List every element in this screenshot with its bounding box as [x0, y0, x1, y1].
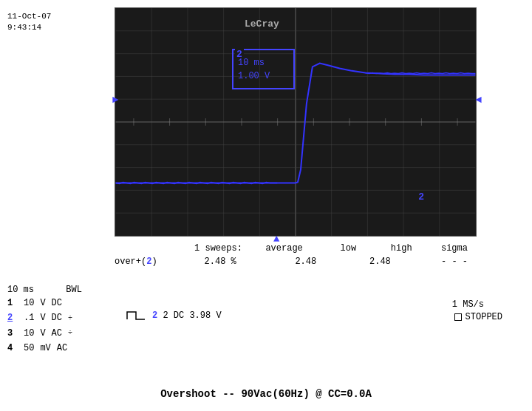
- sigma-value: - - -: [432, 257, 477, 267]
- ch2-coupling: DC: [52, 310, 62, 325]
- high-value: 2.48: [358, 257, 402, 267]
- average-value: 2.48 %: [187, 257, 253, 267]
- ch3-extra: ÷: [68, 327, 72, 339]
- over-label: over+(2): [115, 257, 157, 267]
- low-value: 2.48: [284, 257, 328, 267]
- timebase-label: 10 ms: [7, 285, 34, 295]
- sigma-header: sigma: [432, 243, 477, 254]
- trigger-bottom-arrow: ▲: [273, 233, 279, 245]
- right-trigger-arrow: ◄: [476, 94, 482, 106]
- ch1-num: 1: [7, 296, 18, 310]
- ch2-unit: V: [40, 310, 45, 325]
- ch1-row: 1 10 V DC: [7, 296, 72, 310]
- square-wave-icon: [126, 309, 146, 322]
- lecroy-label: LeCray: [245, 18, 279, 30]
- ch4-num: 4: [7, 341, 18, 356]
- low-header: low: [326, 243, 370, 254]
- ch2-extra: ÷: [68, 312, 72, 325]
- stats-area: 1 sweeps: average low high sigma over+(2…: [115, 240, 477, 268]
- stopped-status: STOPPED: [454, 312, 502, 322]
- ch3-row: 3 10 V AC ÷: [7, 326, 72, 341]
- ch4-unit: mV: [40, 341, 50, 356]
- ch4-row: 4 50 mV AC: [7, 341, 72, 356]
- ch3-coupling: AC: [52, 326, 62, 341]
- ch3-num: 3: [7, 326, 18, 341]
- sweeps-label: 1 sweeps:: [115, 243, 242, 254]
- ch2-num: 2: [7, 310, 18, 325]
- stopped-text: STOPPED: [466, 312, 502, 322]
- bwl-label: BWL: [66, 285, 82, 295]
- channel-list: 1 10 V DC 2 .1 V DC ÷ 3 10 V AC ÷ 4 50 m…: [7, 296, 72, 356]
- ch4-volt: 50: [24, 341, 34, 356]
- channel-2-box: 2 10 ms 1.00 V: [232, 49, 295, 89]
- ch2-dc-probe: 2 2 DC 3.98 V: [152, 310, 222, 321]
- time: 9:43:14: [7, 22, 51, 33]
- datetime: 11-Oct-07 9:43:14: [7, 11, 51, 34]
- date: 11-Oct-07: [7, 11, 51, 22]
- left-trigger-arrow: ►: [112, 94, 118, 106]
- ch1-volt: 10: [24, 296, 34, 310]
- sample-rate: 1 MS/s: [452, 299, 484, 310]
- stopped-box-icon: [454, 313, 462, 321]
- channel-settings: 10 ms 1.00 V: [238, 56, 270, 83]
- ch2-row: 2 .1 V DC ÷: [7, 310, 72, 325]
- ch3-volt: 10: [24, 326, 34, 341]
- square-wave-ch2-area: 2 2 DC 3.98 V: [126, 309, 222, 322]
- main-container: 11-Oct-07 9:43:14 ► ◄: [0, 0, 532, 411]
- ch2-volt: .1: [24, 310, 34, 325]
- stats-header-row: 1 sweeps: average low high sigma: [115, 240, 477, 255]
- bottom-timebase-row: 10 ms BWL: [7, 285, 82, 295]
- ch1-unit: V: [40, 296, 45, 310]
- ch4-coupling: AC: [57, 341, 67, 356]
- ch2-right-marker: 2: [418, 191, 424, 203]
- ch3-unit: V: [40, 326, 45, 341]
- oscilloscope-screen: LeCray 2 10 ms 1.00 V 2: [115, 7, 477, 237]
- stats-values-row: over+(2) 2.48 % 2.48 2.48 - - -: [115, 255, 477, 268]
- chart-title: Overshoot -- 90Vac(60Hz) @ CC=0.0A: [0, 388, 532, 400]
- high-header: high: [379, 243, 423, 254]
- average-header: average: [251, 243, 318, 254]
- ch1-coupling: DC: [52, 296, 62, 310]
